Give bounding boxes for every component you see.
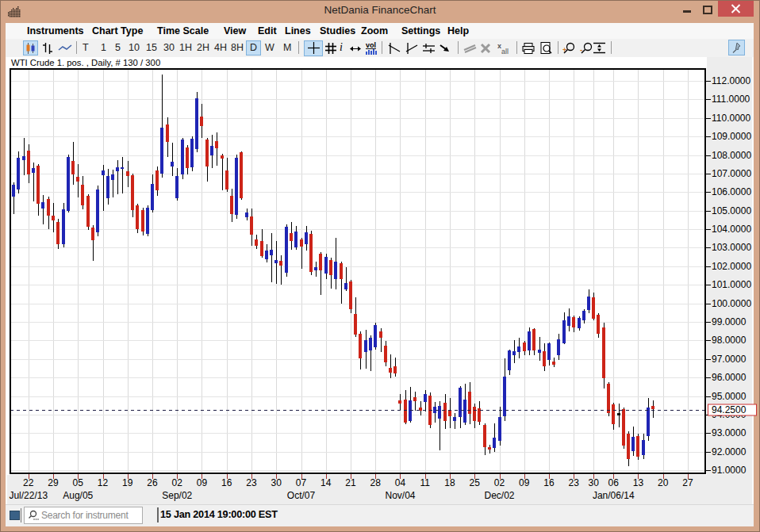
- svg-text:111.0000: 111.0000: [712, 94, 750, 105]
- svg-text:102.0000: 102.0000: [712, 261, 751, 272]
- svg-text:Jul/22/13: Jul/22/13: [9, 490, 48, 501]
- svg-text:09: 09: [519, 477, 530, 488]
- svg-text:16: 16: [221, 477, 232, 488]
- svg-text:108.0000: 108.0000: [712, 150, 751, 161]
- svg-text:112.0000: 112.0000: [712, 75, 750, 86]
- svg-text:109.0000: 109.0000: [712, 131, 751, 142]
- svg-text:100.0000: 100.0000: [712, 298, 751, 309]
- svg-text:110.0000: 110.0000: [712, 113, 750, 124]
- svg-text:91.0000: 91.0000: [712, 465, 747, 476]
- svg-text:02: 02: [494, 477, 505, 488]
- svg-text:106.0000: 106.0000: [712, 186, 751, 197]
- svg-text:WTI Crude 1. pos. , Daily, # 1: WTI Crude 1. pos. , Daily, # 130 / 300: [11, 58, 160, 67]
- svg-text:92.0000: 92.0000: [712, 446, 747, 457]
- svg-text:103.0000: 103.0000: [712, 242, 751, 253]
- svg-text:06: 06: [608, 477, 620, 488]
- svg-text:105.0000: 105.0000: [712, 205, 751, 216]
- svg-text:101.0000: 101.0000: [712, 279, 751, 290]
- svg-text:95.0000: 95.0000: [712, 391, 747, 402]
- svg-text:98.0000: 98.0000: [712, 335, 747, 346]
- svg-text:Nov/04: Nov/04: [385, 490, 415, 501]
- svg-text:94.2500: 94.2500: [712, 404, 747, 415]
- svg-text:04: 04: [395, 477, 406, 488]
- svg-text:20: 20: [658, 477, 669, 488]
- svg-text:14: 14: [321, 477, 332, 488]
- svg-text:16: 16: [543, 477, 555, 488]
- svg-text:96.0000: 96.0000: [712, 372, 747, 383]
- svg-text:26: 26: [147, 477, 158, 488]
- svg-text:12: 12: [98, 477, 109, 488]
- svg-text:Aug/05: Aug/05: [63, 490, 93, 501]
- svg-text:Dec/02: Dec/02: [484, 490, 514, 501]
- svg-text:21: 21: [345, 477, 356, 488]
- svg-text:Jan/06/14: Jan/06/14: [593, 490, 635, 501]
- svg-text:22: 22: [23, 477, 34, 488]
- svg-text:27: 27: [682, 477, 693, 488]
- svg-text:02: 02: [172, 477, 183, 488]
- svg-text:23: 23: [246, 477, 257, 488]
- svg-text:Sep/02: Sep/02: [162, 490, 192, 501]
- svg-text:104.0000: 104.0000: [712, 224, 751, 235]
- svg-text:18: 18: [444, 477, 455, 488]
- svg-text:11: 11: [420, 477, 431, 488]
- svg-text:29: 29: [48, 477, 59, 488]
- svg-text:30: 30: [271, 477, 282, 488]
- svg-text:107.0000: 107.0000: [712, 168, 751, 179]
- svg-text:13: 13: [633, 477, 644, 488]
- svg-text:99.0000: 99.0000: [712, 316, 747, 327]
- svg-text:Oct/07: Oct/07: [287, 490, 316, 501]
- svg-text:19: 19: [122, 477, 133, 488]
- svg-text:97.0000: 97.0000: [712, 354, 747, 365]
- svg-text:05: 05: [73, 477, 84, 488]
- svg-text:09: 09: [197, 477, 208, 488]
- svg-text:07: 07: [296, 477, 307, 488]
- svg-text:93.0000: 93.0000: [712, 427, 747, 438]
- svg-text:25: 25: [470, 477, 481, 488]
- svg-text:30: 30: [589, 477, 600, 488]
- svg-text:28: 28: [370, 477, 382, 488]
- svg-text:23: 23: [569, 477, 580, 488]
